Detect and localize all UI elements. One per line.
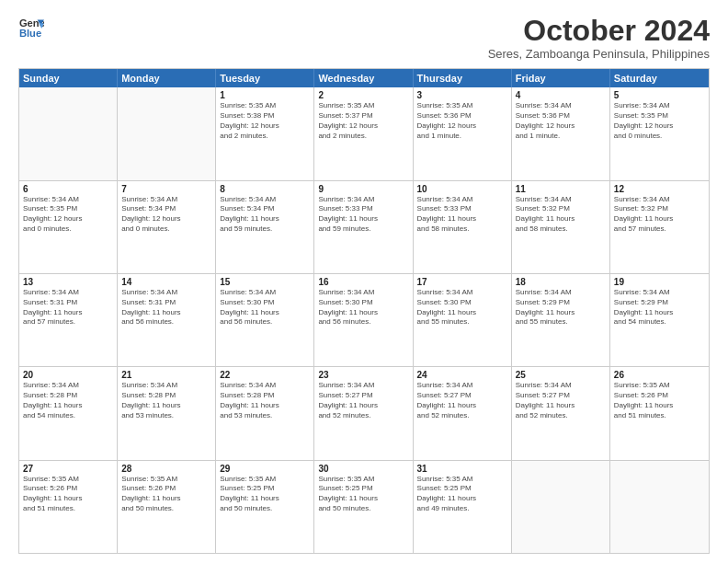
calendar-cell: 27Sunrise: 5:35 AM Sunset: 5:26 PM Dayli… [19,461,118,553]
cell-info: Sunrise: 5:34 AM Sunset: 5:30 PM Dayligh… [220,288,310,327]
cell-day-number: 15 [220,277,310,287]
header-day-saturday: Saturday [610,69,709,87]
calendar-cell: 11Sunrise: 5:34 AM Sunset: 5:32 PM Dayli… [512,181,610,273]
cell-day-number: 22 [220,370,310,380]
cell-day-number: 8 [220,184,310,194]
cell-info: Sunrise: 5:34 AM Sunset: 5:35 PM Dayligh… [614,101,705,141]
calendar-cell: 15Sunrise: 5:34 AM Sunset: 5:30 PM Dayli… [216,274,314,366]
calendar-cell: 19Sunrise: 5:34 AM Sunset: 5:29 PM Dayli… [610,274,709,366]
calendar-cell: 24Sunrise: 5:34 AM Sunset: 5:27 PM Dayli… [414,367,512,459]
cell-info: Sunrise: 5:34 AM Sunset: 5:33 PM Dayligh… [417,195,507,235]
calendar-cell: 25Sunrise: 5:34 AM Sunset: 5:27 PM Dayli… [512,367,610,459]
header-day-thursday: Thursday [414,69,512,87]
calendar-cell [512,461,610,553]
cell-day-number: 29 [220,464,310,474]
calendar-cell [19,87,118,179]
cell-day-number: 30 [318,464,408,474]
calendar-cell: 18Sunrise: 5:34 AM Sunset: 5:29 PM Dayli… [512,274,610,366]
calendar-cell: 8Sunrise: 5:34 AM Sunset: 5:34 PM Daylig… [216,181,314,273]
cell-day-number: 20 [23,370,113,380]
cell-day-number: 18 [516,277,606,287]
page: General Blue General Blue October 2024 S… [0,0,728,563]
cell-day-number: 16 [318,277,408,287]
calendar-cell: 5Sunrise: 5:34 AM Sunset: 5:35 PM Daylig… [610,87,709,179]
calendar-week-1: 1Sunrise: 5:35 AM Sunset: 5:38 PM Daylig… [19,87,709,180]
main-title: October 2024 [488,15,710,47]
calendar-cell [610,461,709,553]
calendar-cell: 3Sunrise: 5:35 AM Sunset: 5:36 PM Daylig… [414,87,512,179]
svg-text:Blue: Blue [19,28,41,39]
cell-info: Sunrise: 5:34 AM Sunset: 5:32 PM Dayligh… [614,195,705,235]
calendar-cell: 12Sunrise: 5:34 AM Sunset: 5:32 PM Dayli… [610,181,709,273]
header-day-wednesday: Wednesday [314,69,413,87]
cell-info: Sunrise: 5:34 AM Sunset: 5:27 PM Dayligh… [318,381,408,420]
calendar-header: SundayMondayTuesdayWednesdayThursdayFrid… [19,69,709,87]
title-block: October 2024 Seres, Zamboanga Peninsula,… [488,15,710,61]
calendar-cell: 20Sunrise: 5:34 AM Sunset: 5:28 PM Dayli… [19,367,118,459]
cell-info: Sunrise: 5:35 AM Sunset: 5:26 PM Dayligh… [614,381,705,420]
cell-info: Sunrise: 5:34 AM Sunset: 5:34 PM Dayligh… [121,195,211,235]
cell-info: Sunrise: 5:35 AM Sunset: 5:26 PM Dayligh… [23,475,113,514]
cell-info: Sunrise: 5:34 AM Sunset: 5:28 PM Dayligh… [23,381,113,420]
header: General Blue General Blue October 2024 S… [18,15,710,61]
cell-day-number: 24 [417,370,507,380]
cell-day-number: 10 [417,184,507,194]
header-day-tuesday: Tuesday [216,69,314,87]
cell-info: Sunrise: 5:35 AM Sunset: 5:25 PM Dayligh… [220,475,310,514]
cell-info: Sunrise: 5:34 AM Sunset: 5:31 PM Dayligh… [121,288,211,327]
cell-info: Sunrise: 5:34 AM Sunset: 5:34 PM Dayligh… [220,195,310,235]
calendar-cell: 1Sunrise: 5:35 AM Sunset: 5:38 PM Daylig… [216,87,314,179]
cell-day-number: 11 [516,184,606,194]
calendar-cell: 7Sunrise: 5:34 AM Sunset: 5:34 PM Daylig… [118,181,216,273]
calendar-cell: 21Sunrise: 5:34 AM Sunset: 5:28 PM Dayli… [118,367,216,459]
calendar-cell: 23Sunrise: 5:34 AM Sunset: 5:27 PM Dayli… [314,367,413,459]
cell-day-number: 21 [121,370,211,380]
cell-info: Sunrise: 5:34 AM Sunset: 5:31 PM Dayligh… [23,288,113,327]
cell-info: Sunrise: 5:35 AM Sunset: 5:37 PM Dayligh… [318,101,408,141]
calendar-cell: 13Sunrise: 5:34 AM Sunset: 5:31 PM Dayli… [19,274,118,366]
cell-info: Sunrise: 5:34 AM Sunset: 5:27 PM Dayligh… [516,381,606,420]
header-day-monday: Monday [118,69,216,87]
cell-day-number: 28 [121,464,211,474]
cell-info: Sunrise: 5:35 AM Sunset: 5:38 PM Dayligh… [220,101,310,141]
cell-info: Sunrise: 5:35 AM Sunset: 5:25 PM Dayligh… [318,475,408,514]
header-day-sunday: Sunday [19,69,118,87]
cell-info: Sunrise: 5:34 AM Sunset: 5:30 PM Dayligh… [417,288,507,327]
cell-day-number: 3 [417,90,507,100]
calendar-cell: 6Sunrise: 5:34 AM Sunset: 5:35 PM Daylig… [19,181,118,273]
cell-day-number: 12 [614,184,705,194]
cell-day-number: 26 [614,370,705,380]
calendar-cell: 26Sunrise: 5:35 AM Sunset: 5:26 PM Dayli… [610,367,709,459]
calendar-week-5: 27Sunrise: 5:35 AM Sunset: 5:26 PM Dayli… [19,461,709,553]
cell-day-number: 6 [23,184,113,194]
cell-info: Sunrise: 5:34 AM Sunset: 5:28 PM Dayligh… [220,381,310,420]
calendar-cell: 29Sunrise: 5:35 AM Sunset: 5:25 PM Dayli… [216,461,314,553]
subtitle: Seres, Zamboanga Peninsula, Philippines [488,47,710,61]
cell-day-number: 2 [318,90,408,100]
cell-day-number: 14 [121,277,211,287]
cell-info: Sunrise: 5:35 AM Sunset: 5:36 PM Dayligh… [417,101,507,141]
calendar-week-4: 20Sunrise: 5:34 AM Sunset: 5:28 PM Dayli… [19,367,709,460]
calendar-cell: 28Sunrise: 5:35 AM Sunset: 5:26 PM Dayli… [118,461,216,553]
calendar-body: 1Sunrise: 5:35 AM Sunset: 5:38 PM Daylig… [19,87,709,553]
cell-info: Sunrise: 5:34 AM Sunset: 5:33 PM Dayligh… [318,195,408,235]
calendar-cell [118,87,216,179]
cell-info: Sunrise: 5:34 AM Sunset: 5:29 PM Dayligh… [614,288,705,327]
calendar-cell: 30Sunrise: 5:35 AM Sunset: 5:25 PM Dayli… [314,461,413,553]
cell-day-number: 4 [516,90,606,100]
cell-info: Sunrise: 5:34 AM Sunset: 5:30 PM Dayligh… [318,288,408,327]
cell-day-number: 23 [318,370,408,380]
logo-icon: General Blue [18,15,44,40]
cell-day-number: 19 [614,277,705,287]
cell-info: Sunrise: 5:34 AM Sunset: 5:36 PM Dayligh… [516,101,606,141]
cell-day-number: 17 [417,277,507,287]
calendar-cell: 10Sunrise: 5:34 AM Sunset: 5:33 PM Dayli… [414,181,512,273]
cell-info: Sunrise: 5:34 AM Sunset: 5:29 PM Dayligh… [516,288,606,327]
logo: General Blue General Blue [18,15,44,40]
calendar-cell: 9Sunrise: 5:34 AM Sunset: 5:33 PM Daylig… [314,181,413,273]
cell-info: Sunrise: 5:34 AM Sunset: 5:27 PM Dayligh… [417,381,507,420]
cell-day-number: 5 [614,90,705,100]
cell-day-number: 25 [516,370,606,380]
cell-info: Sunrise: 5:34 AM Sunset: 5:28 PM Dayligh… [121,381,211,420]
calendar-cell: 17Sunrise: 5:34 AM Sunset: 5:30 PM Dayli… [414,274,512,366]
